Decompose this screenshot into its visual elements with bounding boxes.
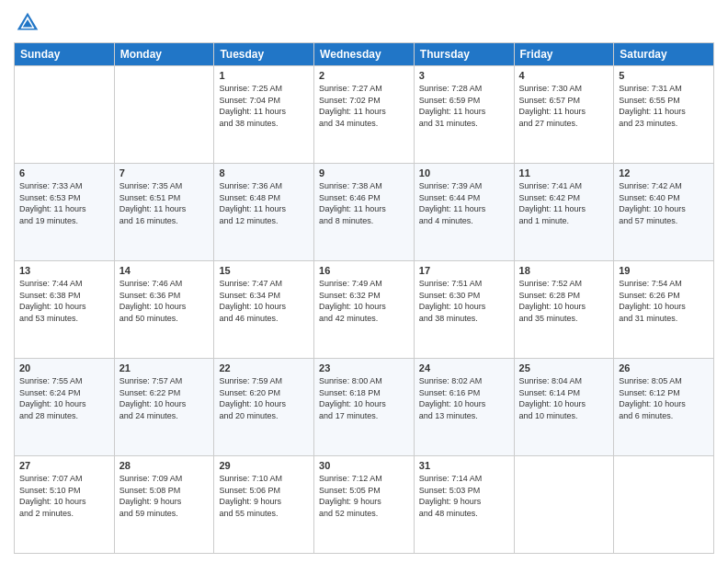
day-info: Sunrise: 7:42 AM Sunset: 6:40 PM Dayligh… <box>619 180 709 226</box>
weekday-header-tuesday: Tuesday <box>214 43 314 66</box>
calendar-cell: 5Sunrise: 7:31 AM Sunset: 6:55 PM Daylig… <box>614 66 714 164</box>
calendar-cell: 11Sunrise: 7:41 AM Sunset: 6:42 PM Dayli… <box>514 164 614 261</box>
calendar-cell: 3Sunrise: 7:28 AM Sunset: 6:59 PM Daylig… <box>414 66 514 164</box>
day-number: 20 <box>19 362 109 373</box>
calendar-cell: 19Sunrise: 7:54 AM Sunset: 6:26 PM Dayli… <box>614 261 714 359</box>
day-info: Sunrise: 8:05 AM Sunset: 6:12 PM Dayligh… <box>619 375 709 421</box>
calendar-cell <box>514 456 614 554</box>
day-info: Sunrise: 7:49 AM Sunset: 6:32 PM Dayligh… <box>319 278 409 324</box>
calendar-cell: 4Sunrise: 7:30 AM Sunset: 6:57 PM Daylig… <box>514 66 614 164</box>
header <box>14 9 714 37</box>
day-number: 22 <box>219 362 309 373</box>
calendar-cell: 16Sunrise: 7:49 AM Sunset: 6:32 PM Dayli… <box>314 261 415 359</box>
day-info: Sunrise: 8:04 AM Sunset: 6:14 PM Dayligh… <box>519 375 609 421</box>
calendar-cell: 10Sunrise: 7:39 AM Sunset: 6:44 PM Dayli… <box>414 164 514 261</box>
day-info: Sunrise: 7:14 AM Sunset: 5:03 PM Dayligh… <box>419 473 509 519</box>
logo-icon <box>14 9 41 37</box>
weekday-header-saturday: Saturday <box>614 43 714 66</box>
calendar-week-1: 1Sunrise: 7:25 AM Sunset: 7:04 PM Daylig… <box>15 66 714 164</box>
day-info: Sunrise: 7:10 AM Sunset: 5:06 PM Dayligh… <box>219 473 309 519</box>
calendar-cell: 13Sunrise: 7:44 AM Sunset: 6:38 PM Dayli… <box>15 261 115 359</box>
day-info: Sunrise: 7:54 AM Sunset: 6:26 PM Dayligh… <box>619 278 709 324</box>
day-number: 18 <box>519 265 609 276</box>
calendar-header: SundayMondayTuesdayWednesdayThursdayFrid… <box>15 43 714 66</box>
calendar-week-4: 20Sunrise: 7:55 AM Sunset: 6:24 PM Dayli… <box>15 359 714 456</box>
weekday-header-monday: Monday <box>114 43 214 66</box>
day-number: 28 <box>119 460 210 471</box>
day-info: Sunrise: 7:46 AM Sunset: 6:36 PM Dayligh… <box>119 278 210 324</box>
calendar-cell: 20Sunrise: 7:55 AM Sunset: 6:24 PM Dayli… <box>15 359 115 456</box>
day-number: 29 <box>219 460 309 471</box>
day-info: Sunrise: 7:59 AM Sunset: 6:20 PM Dayligh… <box>219 375 309 421</box>
day-number: 3 <box>419 70 509 81</box>
day-number: 21 <box>119 362 210 373</box>
weekday-header-thursday: Thursday <box>414 43 514 66</box>
day-number: 16 <box>319 265 409 276</box>
calendar-cell <box>114 66 214 164</box>
day-info: Sunrise: 7:27 AM Sunset: 7:02 PM Dayligh… <box>319 83 409 129</box>
day-info: Sunrise: 8:02 AM Sunset: 6:16 PM Dayligh… <box>419 375 509 421</box>
calendar-cell <box>15 66 115 164</box>
calendar-cell: 18Sunrise: 7:52 AM Sunset: 6:28 PM Dayli… <box>514 261 614 359</box>
calendar-cell: 26Sunrise: 8:05 AM Sunset: 6:12 PM Dayli… <box>614 359 714 456</box>
day-number: 9 <box>319 167 409 178</box>
day-number: 13 <box>19 265 109 276</box>
day-info: Sunrise: 7:35 AM Sunset: 6:51 PM Dayligh… <box>119 180 210 226</box>
day-info: Sunrise: 7:36 AM Sunset: 6:48 PM Dayligh… <box>219 180 309 226</box>
day-info: Sunrise: 7:41 AM Sunset: 6:42 PM Dayligh… <box>519 180 609 226</box>
weekday-header-sunday: Sunday <box>15 43 115 66</box>
calendar-cell: 23Sunrise: 8:00 AM Sunset: 6:18 PM Dayli… <box>314 359 415 456</box>
day-info: Sunrise: 7:33 AM Sunset: 6:53 PM Dayligh… <box>19 180 109 226</box>
day-info: Sunrise: 7:25 AM Sunset: 7:04 PM Dayligh… <box>219 83 309 129</box>
calendar-cell: 1Sunrise: 7:25 AM Sunset: 7:04 PM Daylig… <box>214 66 314 164</box>
calendar-cell: 21Sunrise: 7:57 AM Sunset: 6:22 PM Dayli… <box>114 359 214 456</box>
calendar-week-3: 13Sunrise: 7:44 AM Sunset: 6:38 PM Dayli… <box>15 261 714 359</box>
day-number: 12 <box>619 167 709 178</box>
day-number: 11 <box>519 167 609 178</box>
day-number: 1 <box>219 70 309 81</box>
calendar-week-2: 6Sunrise: 7:33 AM Sunset: 6:53 PM Daylig… <box>15 164 714 261</box>
calendar-cell: 29Sunrise: 7:10 AM Sunset: 5:06 PM Dayli… <box>214 456 314 554</box>
day-info: Sunrise: 7:31 AM Sunset: 6:55 PM Dayligh… <box>619 83 709 129</box>
day-number: 14 <box>119 265 210 276</box>
day-info: Sunrise: 7:52 AM Sunset: 6:28 PM Dayligh… <box>519 278 609 324</box>
day-info: Sunrise: 7:09 AM Sunset: 5:08 PM Dayligh… <box>119 473 210 519</box>
calendar-cell: 27Sunrise: 7:07 AM Sunset: 5:10 PM Dayli… <box>15 456 115 554</box>
calendar-cell: 14Sunrise: 7:46 AM Sunset: 6:36 PM Dayli… <box>114 261 214 359</box>
day-number: 10 <box>419 167 509 178</box>
calendar-cell: 31Sunrise: 7:14 AM Sunset: 5:03 PM Dayli… <box>414 456 514 554</box>
day-info: Sunrise: 7:28 AM Sunset: 6:59 PM Dayligh… <box>419 83 509 129</box>
day-number: 26 <box>619 362 709 373</box>
calendar-cell: 17Sunrise: 7:51 AM Sunset: 6:30 PM Dayli… <box>414 261 514 359</box>
day-info: Sunrise: 7:47 AM Sunset: 6:34 PM Dayligh… <box>219 278 309 324</box>
day-number: 27 <box>19 460 109 471</box>
day-number: 30 <box>319 460 409 471</box>
day-info: Sunrise: 7:07 AM Sunset: 5:10 PM Dayligh… <box>19 473 109 519</box>
day-number: 24 <box>419 362 509 373</box>
calendar-cell: 28Sunrise: 7:09 AM Sunset: 5:08 PM Dayli… <box>114 456 214 554</box>
day-info: Sunrise: 7:30 AM Sunset: 6:57 PM Dayligh… <box>519 83 609 129</box>
day-info: Sunrise: 7:57 AM Sunset: 6:22 PM Dayligh… <box>119 375 210 421</box>
page: SundayMondayTuesdayWednesdayThursdayFrid… <box>0 0 728 563</box>
calendar-cell: 7Sunrise: 7:35 AM Sunset: 6:51 PM Daylig… <box>114 164 214 261</box>
day-number: 7 <box>119 167 210 178</box>
day-number: 31 <box>419 460 509 471</box>
day-number: 15 <box>219 265 309 276</box>
day-number: 23 <box>319 362 409 373</box>
day-info: Sunrise: 7:39 AM Sunset: 6:44 PM Dayligh… <box>419 180 509 226</box>
calendar-body: 1Sunrise: 7:25 AM Sunset: 7:04 PM Daylig… <box>15 66 714 554</box>
calendar-cell <box>614 456 714 554</box>
calendar-cell: 15Sunrise: 7:47 AM Sunset: 6:34 PM Dayli… <box>214 261 314 359</box>
day-number: 19 <box>619 265 709 276</box>
day-info: Sunrise: 7:12 AM Sunset: 5:05 PM Dayligh… <box>319 473 409 519</box>
day-number: 25 <box>519 362 609 373</box>
calendar-cell: 24Sunrise: 8:02 AM Sunset: 6:16 PM Dayli… <box>414 359 514 456</box>
weekday-header-friday: Friday <box>514 43 614 66</box>
weekday-header-wednesday: Wednesday <box>314 43 415 66</box>
day-number: 17 <box>419 265 509 276</box>
calendar-cell: 22Sunrise: 7:59 AM Sunset: 6:20 PM Dayli… <box>214 359 314 456</box>
calendar-cell: 6Sunrise: 7:33 AM Sunset: 6:53 PM Daylig… <box>15 164 115 261</box>
calendar-cell: 8Sunrise: 7:36 AM Sunset: 6:48 PM Daylig… <box>214 164 314 261</box>
calendar-cell: 12Sunrise: 7:42 AM Sunset: 6:40 PM Dayli… <box>614 164 714 261</box>
calendar-cell: 2Sunrise: 7:27 AM Sunset: 7:02 PM Daylig… <box>314 66 415 164</box>
